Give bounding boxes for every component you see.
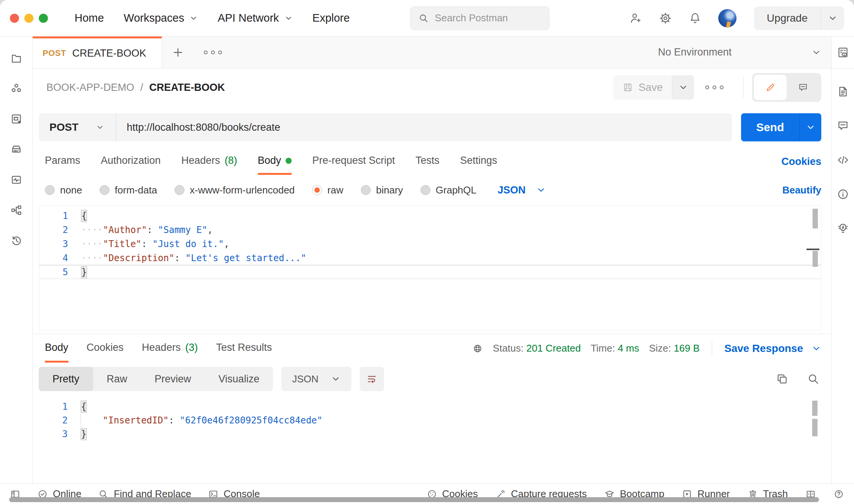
upgrade-label: Upgrade: [754, 6, 821, 30]
breadcrumb-request-name[interactable]: CREATE-BOOK: [149, 82, 225, 94]
nav-api-network[interactable]: API Network: [217, 12, 292, 24]
mode-binary[interactable]: binary: [361, 184, 403, 196]
minimize-window-button[interactable]: [24, 14, 33, 23]
send-button[interactable]: Send: [741, 113, 821, 141]
tab-params[interactable]: Params: [45, 148, 80, 175]
response-body-viewer[interactable]: 1{ 2"InsertedID": "62f0e46f280925f04cc84…: [39, 395, 821, 479]
radio-none[interactable]: [45, 185, 55, 195]
comments-panel-button[interactable]: [837, 119, 849, 132]
view-pretty[interactable]: Pretty: [39, 367, 93, 391]
tab-pre-request-script[interactable]: Pre-request Script: [312, 148, 395, 175]
tab-tests[interactable]: Tests: [416, 148, 440, 175]
url-input[interactable]: http://localhost:8080/books/create: [116, 122, 280, 133]
global-search[interactable]: [410, 6, 549, 30]
upgrade-button[interactable]: Upgrade: [754, 6, 844, 30]
tab-tests-label: Tests: [416, 155, 440, 166]
horizontal-scrollbar[interactable]: [9, 497, 819, 502]
status-label: Status:: [493, 342, 524, 354]
comment-icon: [798, 82, 808, 93]
mode-form-data[interactable]: form-data: [100, 184, 157, 196]
sidebar-item-flows[interactable]: [10, 204, 23, 217]
notifications-button[interactable]: [689, 12, 702, 25]
maximize-window-button[interactable]: [39, 14, 48, 23]
editor-scrollbar-thumb[interactable]: [813, 251, 818, 267]
cookies-link[interactable]: Cookies: [781, 156, 821, 168]
response-scrollbar-thumb[interactable]: [812, 401, 817, 416]
invite-user-button[interactable]: [629, 12, 642, 25]
view-preview[interactable]: Preview: [141, 367, 205, 391]
editor-scrollbar-thumb[interactable]: [813, 209, 818, 228]
new-tab-button[interactable]: [162, 36, 194, 68]
mode-graphql[interactable]: GraphQL: [421, 184, 476, 196]
environment-quick-look-button[interactable]: [837, 46, 849, 59]
response-tab-cookies[interactable]: Cookies: [87, 334, 124, 363]
response-tab-headers[interactable]: Headers(3): [142, 334, 198, 363]
tab-authorization[interactable]: Authorization: [101, 148, 161, 175]
tab-options-menu[interactable]: [194, 36, 232, 68]
search-input[interactable]: [435, 12, 534, 24]
view-visualize[interactable]: Visualize: [205, 367, 273, 391]
globe-network-icon: [472, 343, 483, 354]
view-raw[interactable]: Raw: [93, 367, 141, 391]
radio-binary[interactable]: [361, 185, 371, 195]
upgrade-dropdown[interactable]: [821, 6, 844, 30]
beautify-link[interactable]: Beautify: [782, 184, 821, 196]
request-options-menu[interactable]: [694, 86, 735, 89]
save-button[interactable]: Save: [613, 75, 694, 100]
mode-none[interactable]: none: [45, 184, 82, 196]
documentation-icon: [837, 85, 849, 98]
environment-selector[interactable]: No Environment: [658, 36, 831, 68]
nav-home[interactable]: Home: [75, 12, 104, 24]
save-response-button[interactable]: Save Response: [724, 342, 821, 355]
nav-workspaces[interactable]: Workspaces: [124, 12, 198, 24]
radio-x-www-form-urlencoded[interactable]: [175, 185, 184, 195]
radio-graphql[interactable]: [421, 185, 430, 195]
response-language-selector[interactable]: JSON: [281, 367, 351, 391]
sidebar-item-monitors[interactable]: [10, 173, 23, 186]
sidebar-item-mock-servers[interactable]: [10, 143, 23, 156]
response-language-label: JSON: [292, 373, 318, 385]
mode-raw[interactable]: raw: [312, 184, 343, 196]
send-dropdown-button[interactable]: [799, 113, 821, 141]
comments-button[interactable]: [787, 75, 819, 100]
environments-box-icon: [10, 113, 23, 125]
method-selector[interactable]: POST: [39, 121, 116, 133]
response-meta: Status: 201 Created Time: 4 ms Size: 169…: [472, 334, 821, 363]
tab-settings[interactable]: Settings: [460, 148, 497, 175]
sidebar-item-history[interactable]: [10, 234, 23, 247]
tab-headers[interactable]: Headers(8): [181, 148, 237, 175]
tab-headers-label: Headers: [181, 155, 220, 166]
wrap-lines-button[interactable]: [360, 367, 384, 391]
request-body-editor[interactable]: 1{ 2····"Author": "Sammy E", 3····"Title…: [39, 205, 821, 331]
sidebar-item-collections[interactable]: [10, 52, 23, 65]
code-snippet-button[interactable]: [837, 154, 849, 166]
request-tab-create-book[interactable]: POST CREATE-BOOK: [33, 36, 162, 68]
radio-form-data[interactable]: [100, 185, 110, 195]
response-scrollbar-thumb[interactable]: [812, 419, 817, 436]
tab-body[interactable]: Body: [258, 148, 292, 175]
user-avatar[interactable]: [718, 9, 737, 27]
copy-response-button[interactable]: [776, 372, 789, 385]
language-selector[interactable]: JSON: [498, 184, 546, 196]
close-window-button[interactable]: [10, 14, 19, 23]
save-dropdown-button[interactable]: [672, 75, 694, 100]
edit-mode-button[interactable]: [754, 75, 787, 100]
sidebar-item-environments[interactable]: [10, 113, 23, 125]
breadcrumb-collection[interactable]: BOOK-APP-DEMO: [46, 82, 134, 94]
nav-explore[interactable]: Explore: [313, 12, 350, 24]
search-response-button[interactable]: [807, 372, 820, 385]
sidebar-item-apis[interactable]: [10, 82, 23, 95]
request-info-button[interactable]: [837, 188, 849, 201]
mode-x-www-form-urlencoded[interactable]: x-www-form-urlencoded: [175, 184, 295, 196]
response-tab-test-results-label: Test Results: [216, 342, 272, 353]
bell-icon: [689, 12, 702, 25]
response-tab-body[interactable]: Body: [45, 334, 68, 363]
response-tab-test-results[interactable]: Test Results: [216, 334, 272, 363]
main-area: POST CREATE-BOOK No Environment BOOK-APP…: [0, 36, 854, 483]
chevron-down-icon: [331, 374, 341, 384]
pull-requests-insights-button[interactable]: [837, 222, 849, 235]
documentation-button[interactable]: [837, 85, 849, 98]
radio-raw-selected[interactable]: [312, 185, 322, 195]
settings-button[interactable]: [659, 12, 672, 25]
help-button[interactable]: [833, 489, 844, 499]
